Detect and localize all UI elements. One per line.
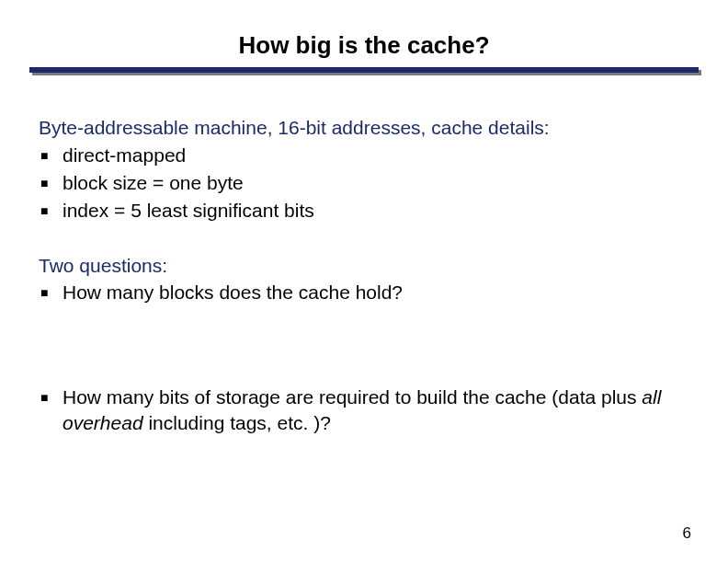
bullet-text: block size = one byte [63, 170, 689, 196]
list-item: ■ How many bits of storage are required … [39, 385, 689, 435]
slide-content: Byte-addressable machine, 16-bit address… [0, 73, 728, 436]
page-number: 6 [683, 524, 691, 543]
bullet-icon: ■ [39, 385, 63, 410]
bullet-icon: ■ [39, 143, 63, 168]
bullet-icon: ■ [39, 170, 63, 196]
list-item: ■ How many blocks does the cache hold? [39, 280, 689, 305]
bullet-text: How many bits of storage are required to… [63, 385, 689, 435]
list-item: ■ direct-mapped [39, 143, 689, 168]
title-underline [29, 67, 699, 73]
q2-part-a: How many bits of storage are required to… [63, 386, 642, 408]
bullet-icon: ■ [39, 280, 63, 305]
section1-lead: Byte-addressable machine, 16-bit address… [39, 115, 689, 141]
list-item: ■ block size = one byte [39, 170, 689, 196]
bullet-text: How many blocks does the cache hold? [63, 280, 689, 305]
rule-main [29, 67, 699, 73]
title-area: How big is the cache? [0, 0, 728, 73]
bullet-text: index = 5 least significant bits [63, 198, 689, 224]
bullet-text: direct-mapped [63, 143, 689, 168]
section2-lead: Two questions: [39, 253, 689, 279]
bullet-icon: ■ [39, 198, 63, 224]
slide-title: How big is the cache? [0, 31, 728, 60]
list-item: ■ index = 5 least significant bits [39, 198, 689, 224]
q2-part-c: including tags, etc. )? [143, 412, 331, 433]
